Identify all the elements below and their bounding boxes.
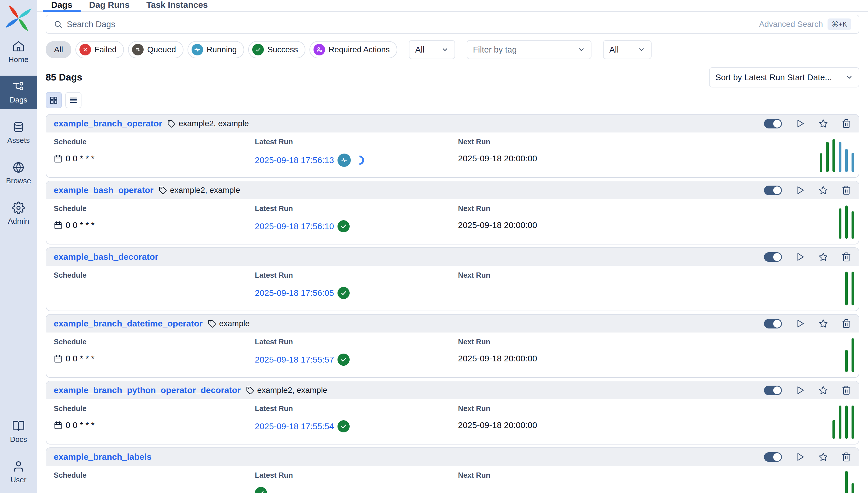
run-bar[interactable] — [845, 149, 848, 172]
next-run-column: Next Run — [458, 266, 859, 310]
trigger-dag-button[interactable] — [795, 252, 805, 262]
run-bar[interactable] — [851, 211, 854, 239]
advanced-search-link[interactable]: Advanced Search — [759, 20, 823, 29]
dag-pause-toggle[interactable] — [764, 119, 782, 128]
tab-dag-runs[interactable]: Dag Runs — [81, 0, 138, 12]
run-bar[interactable] — [832, 420, 835, 439]
dag-pause-toggle[interactable] — [764, 452, 782, 462]
table-view-button[interactable] — [65, 92, 81, 108]
tag-icon — [159, 186, 167, 195]
delete-dag-button[interactable] — [842, 319, 851, 328]
delete-dag-button[interactable] — [842, 185, 851, 195]
favorite-dag-button[interactable] — [818, 119, 828, 128]
delete-dag-button[interactable] — [842, 452, 851, 462]
filter-chip-required-actions[interactable]: Required Actions — [309, 41, 397, 58]
run-history-chart[interactable] — [845, 336, 854, 372]
dag-title-link[interactable]: example_branch_python_operator_decorator — [54, 385, 241, 395]
favorite-dag-button[interactable] — [818, 252, 828, 262]
sidebar-item-user[interactable]: User — [0, 455, 37, 489]
run-history-chart[interactable] — [839, 202, 854, 239]
trigger-dag-button[interactable] — [795, 119, 805, 128]
search-input[interactable] — [67, 20, 759, 29]
trash-icon — [842, 185, 851, 195]
next-run-label: Next Run — [458, 399, 859, 413]
run-bar[interactable] — [839, 142, 842, 172]
favorite-dag-button[interactable] — [818, 319, 828, 328]
sidebar-item-admin[interactable]: Admin — [0, 197, 37, 230]
dag-pause-toggle[interactable] — [764, 319, 782, 328]
latest-run-link[interactable]: 2025-09-18 17:56:13 — [255, 155, 334, 165]
run-bar[interactable] — [845, 471, 848, 493]
run-bar[interactable] — [845, 272, 848, 306]
sidebar-item-home[interactable]: Home — [0, 35, 37, 69]
dag-title-link[interactable]: example_bash_decorator — [54, 252, 158, 262]
dag-branch-icon — [12, 80, 25, 93]
dag-actions — [764, 452, 851, 462]
sort-select[interactable]: Sort by Latest Run Start Date... — [709, 67, 859, 87]
tag-filter-select[interactable]: Filter by tag — [467, 40, 591, 59]
run-bar[interactable] — [820, 153, 822, 172]
run-bar[interactable] — [851, 483, 854, 493]
filter-chip-label: Failed — [95, 45, 117, 54]
favorite-dag-button[interactable] — [818, 185, 828, 195]
filter-chip-running[interactable]: Running — [187, 41, 244, 58]
toggle-knob — [773, 187, 781, 194]
run-history-chart[interactable] — [845, 269, 854, 305]
calendar-icon — [54, 154, 62, 163]
dag-title-link[interactable]: example_branch_labels — [54, 452, 152, 462]
trigger-dag-button[interactable] — [795, 385, 805, 395]
trigger-dag-button[interactable] — [795, 185, 805, 195]
trigger-dag-button[interactable] — [795, 452, 805, 462]
dag-pause-toggle[interactable] — [764, 386, 782, 395]
delete-dag-button[interactable] — [842, 119, 851, 128]
tab-task-instances[interactable]: Task Instances — [138, 0, 216, 12]
dag-card: example_branch_datetime_operator example — [46, 314, 859, 378]
tab-dags[interactable]: Dags — [43, 0, 81, 12]
search-bar: Advanced Search ⌘+K — [46, 15, 859, 34]
state-filter-select[interactable]: All — [409, 40, 455, 59]
run-bar[interactable] — [845, 406, 848, 439]
airflow-pinwheel-logo[interactable] — [4, 3, 33, 33]
run-bar[interactable] — [839, 406, 842, 439]
run-history-chart[interactable] — [820, 136, 854, 172]
filter-chip-all[interactable]: All — [46, 41, 72, 58]
sidebar-item-assets[interactable]: Assets — [0, 116, 37, 150]
dag-title-link[interactable]: example_branch_datetime_operator — [54, 319, 203, 328]
trash-icon — [842, 385, 851, 395]
favorite-dag-button[interactable] — [818, 385, 828, 395]
filter-chip-success[interactable]: Success — [248, 41, 305, 58]
latest-run-link[interactable]: 2025-09-18 17:55:54 — [255, 422, 334, 431]
filter-chip-queued[interactable]: Queued — [128, 41, 183, 58]
run-history-chart[interactable] — [845, 469, 854, 493]
dag-title-link[interactable]: example_branch_operator — [54, 119, 162, 128]
run-bar[interactable] — [845, 206, 848, 239]
favorite-dag-button[interactable] — [818, 452, 828, 462]
latest-run-link[interactable]: 2025-09-18 17:56:05 — [255, 288, 334, 298]
latest-run-link[interactable]: 2025-09-18 17:56:10 — [255, 221, 334, 231]
run-bar[interactable] — [851, 153, 854, 172]
trigger-dag-button[interactable] — [795, 319, 805, 328]
run-bar[interactable] — [839, 208, 842, 239]
dag-pause-toggle[interactable] — [764, 186, 782, 195]
run-bar[interactable] — [845, 350, 848, 372]
run-bar[interactable] — [826, 142, 829, 172]
delete-dag-button[interactable] — [842, 385, 851, 395]
filter-chip-failed[interactable]: Failed — [76, 41, 124, 58]
sidebar-item-docs[interactable]: Docs — [0, 415, 37, 449]
dag-title-link[interactable]: example_bash_operator — [54, 185, 154, 195]
favorite-filter-select[interactable]: All — [603, 40, 651, 59]
card-view-button[interactable] — [46, 92, 62, 108]
sidebar-item-browse[interactable]: Browse — [0, 156, 37, 190]
state-filter-value: All — [415, 45, 424, 55]
latest-run-link[interactable]: 2025-09-18 17:55:57 — [255, 355, 334, 365]
run-history-chart[interactable] — [832, 403, 854, 439]
sidebar-item-dags[interactable]: Dags — [0, 76, 37, 109]
run-bar[interactable] — [832, 139, 835, 172]
search-icon — [54, 20, 62, 28]
delete-dag-button[interactable] — [842, 252, 851, 262]
run-bar[interactable] — [851, 406, 854, 439]
run-bar[interactable] — [851, 338, 854, 372]
run-bar[interactable] — [851, 272, 854, 306]
schedule-column: Schedule — [54, 266, 255, 310]
dag-pause-toggle[interactable] — [764, 252, 782, 262]
